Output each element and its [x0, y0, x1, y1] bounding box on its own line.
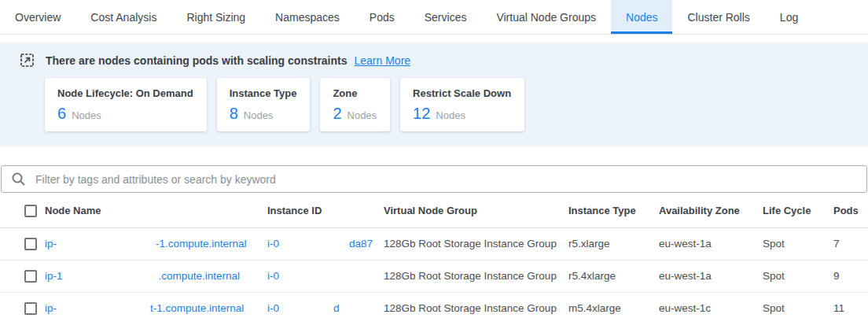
pods-cell: 9: [833, 260, 868, 292]
virtual-node-group-cell: 128Gb Root Storage Instance Group: [384, 260, 568, 292]
learn-more-link[interactable]: Learn More: [355, 54, 411, 67]
card-unit: Nodes: [348, 109, 377, 121]
table-row: ip-1.compute.internal i-0 128Gb Root Sto…: [0, 260, 868, 292]
tab-nodes[interactable]: Nodes: [611, 0, 672, 34]
select-all-checkbox[interactable]: [24, 205, 37, 217]
card-title: Zone: [333, 87, 377, 99]
life-cycle-cell: Spot: [763, 292, 833, 318]
column-header-virtual-node-group: Virtual Node Group: [384, 194, 568, 227]
instance-id-link[interactable]: i-0da87: [267, 238, 373, 250]
tab-right-sizing[interactable]: Right Sizing: [171, 0, 260, 34]
card-title: Restrict Scale Down: [413, 87, 511, 99]
tab-pods[interactable]: Pods: [355, 0, 410, 34]
row-checkbox[interactable]: [24, 238, 37, 250]
pods-cell: 7: [833, 227, 868, 260]
virtual-node-group-cell: 128Gb Root Storage Instance Group: [384, 227, 568, 260]
redacted-text: [57, 297, 150, 318]
pods-cell: 11: [833, 292, 868, 318]
table-row: ip--1.compute.internal i-0da87 128Gb Roo…: [0, 227, 868, 260]
row-checkbox[interactable]: [24, 302, 37, 315]
constraint-card-instance-type[interactable]: Instance Type 8 Nodes: [217, 78, 311, 131]
card-title: Node Lifecycle: On Demand: [57, 87, 193, 99]
constraint-cards: Node Lifecycle: On Demand 6 Nodes Instan…: [45, 78, 849, 131]
search-icon: [11, 172, 26, 187]
availability-zone-cell: eu-west-1a: [659, 227, 763, 260]
column-header-pods: Pods: [833, 194, 868, 227]
card-unit: Nodes: [244, 109, 274, 121]
card-unit: Nodes: [436, 109, 465, 121]
tab-overview[interactable]: Overview: [0, 0, 75, 34]
virtual-node-group-cell: 128Gb Root Storage Instance Group: [384, 292, 568, 318]
column-header-instance-id: Instance ID: [267, 194, 384, 227]
instance-type-cell: m5.4xlarge: [568, 292, 659, 318]
scaling-constraints-banner: There are nodes containing pods with sca…: [0, 43, 868, 146]
banner-message: There are nodes containing pods with sca…: [46, 54, 348, 67]
scaling-constraint-icon: [20, 53, 35, 68]
card-count: 2: [333, 105, 341, 122]
cluster-tab-bar: Overview Cost Analysis Right Sizing Name…: [0, 0, 868, 35]
tab-cluster-rolls[interactable]: Cluster Rolls: [672, 0, 764, 34]
node-name-link[interactable]: ip-t-1.compute.internal: [45, 302, 244, 314]
card-unit: Nodes: [72, 109, 101, 121]
table-row: ip-t-1.compute.internal i-0d 128Gb Root …: [0, 292, 868, 318]
life-cycle-cell: Spot: [763, 227, 833, 260]
column-header-instance-type: Instance Type: [568, 194, 659, 227]
constraint-card-restrict-scale-down[interactable]: Restrict Scale Down 12 Nodes: [400, 78, 524, 131]
tab-virtual-node-groups[interactable]: Virtual Node Groups: [481, 0, 611, 34]
nodes-table: Node Name Instance ID Virtual Node Group…: [0, 194, 868, 318]
redacted-text: [57, 232, 156, 256]
redacted-text: [63, 264, 159, 288]
node-name-link[interactable]: ip--1.compute.internal: [45, 238, 247, 250]
constraint-card-zone[interactable]: Zone 2 Nodes: [320, 78, 390, 131]
row-checkbox[interactable]: [24, 270, 37, 283]
tab-log[interactable]: Log: [765, 0, 813, 34]
card-title: Instance Type: [230, 87, 297, 99]
column-header-availability-zone: Availability Zone: [659, 194, 763, 227]
instance-id-link[interactable]: i-0: [267, 270, 366, 282]
redacted-text: [279, 232, 349, 256]
instance-type-cell: r5.xlarge: [568, 227, 659, 260]
card-count: 12: [413, 105, 430, 122]
availability-zone-cell: eu-west-1a: [659, 260, 763, 292]
card-count: 6: [57, 105, 66, 122]
table-header-row: Node Name Instance ID Virtual Node Group…: [0, 194, 868, 227]
redacted-text: [279, 264, 366, 288]
column-header-life-cycle: Life Cycle: [763, 194, 833, 227]
instance-type-cell: r5.4xlarge: [568, 260, 659, 292]
tab-cost-analysis[interactable]: Cost Analysis: [75, 0, 171, 34]
card-count: 8: [230, 105, 238, 122]
constraint-card-node-lifecycle[interactable]: Node Lifecycle: On Demand 6 Nodes: [45, 78, 207, 131]
tab-namespaces[interactable]: Namespaces: [260, 0, 355, 34]
redacted-text: [279, 297, 333, 318]
column-header-node-name: Node Name: [45, 194, 267, 227]
life-cycle-cell: Spot: [763, 260, 833, 292]
filter-search-input[interactable]: [34, 172, 857, 187]
tab-services[interactable]: Services: [410, 0, 482, 34]
filter-search-bar: [1, 165, 867, 193]
node-name-link[interactable]: ip-1.compute.internal: [45, 270, 240, 282]
availability-zone-cell: eu-west-1c: [659, 292, 763, 318]
instance-id-link[interactable]: i-0d: [267, 302, 340, 314]
